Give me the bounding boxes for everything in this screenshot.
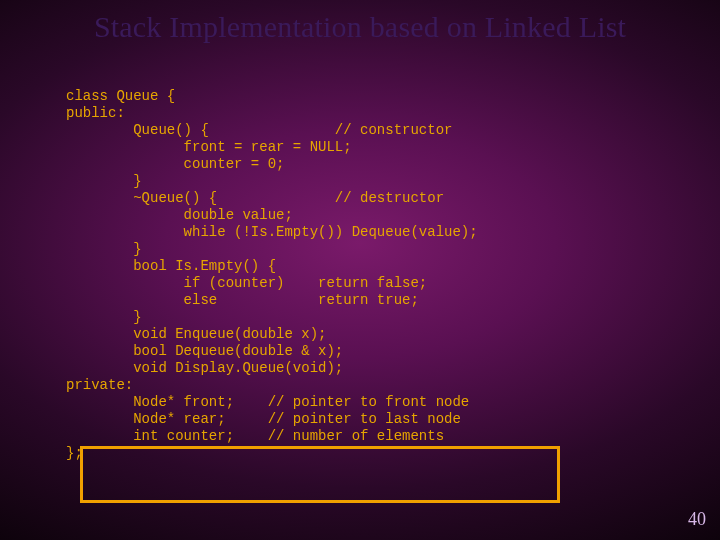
code-line-08: double value; [66,207,293,223]
code-line-02: public: [66,105,125,121]
code-line-19: Node* front; // pointer to front node [66,394,469,410]
code-line-09: while (!Is.Empty()) Dequeue(value); [66,224,478,240]
code-line-03: Queue() { // constructor [66,122,452,138]
slide-title: Stack Implementation based on Linked Lis… [60,10,660,45]
code-line-05: counter = 0; [66,156,284,172]
code-line-15: void Enqueue(double x); [66,326,326,342]
code-line-18: private: [66,377,133,393]
code-line-07: ~Queue() { // destructor [66,190,444,206]
code-line-20: Node* rear; // pointer to last node [66,411,461,427]
code-line-04: front = rear = NULL; [66,139,352,155]
code-line-12: if (counter) return false; [66,275,427,291]
code-line-14: } [66,309,142,325]
code-line-10: } [66,241,142,257]
code-line-17: void Display.Queue(void); [66,360,343,376]
code-block: class Queue { public: Queue() { // const… [66,88,478,462]
page-number: 40 [688,509,706,530]
slide: Stack Implementation based on Linked Lis… [0,0,720,540]
code-line-21: int counter; // number of elements [66,428,444,444]
code-line-16: bool Dequeue(double & x); [66,343,343,359]
code-line-11: bool Is.Empty() { [66,258,276,274]
code-line-01: class Queue { [66,88,175,104]
code-line-13: else return true; [66,292,419,308]
code-line-06: } [66,173,142,189]
code-line-22: }; [66,445,83,461]
